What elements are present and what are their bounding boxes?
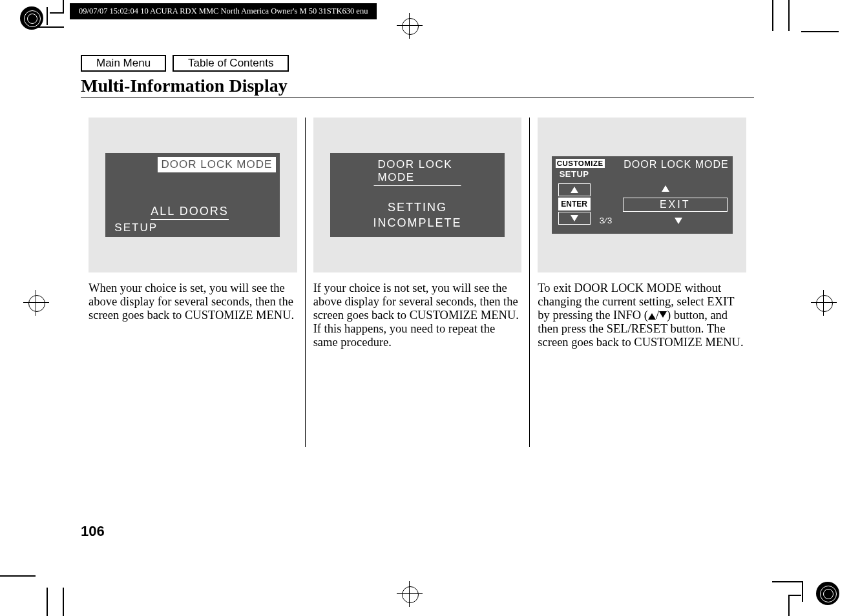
- lcd2-line2: INCOMPLETE: [330, 216, 505, 230]
- page-content: Main Menu Table of Contents Multi-Inform…: [81, 55, 754, 447]
- lcd3-setup-label: SETUP: [560, 169, 589, 179]
- crop-mark: [47, 7, 48, 25]
- title-rule: [81, 98, 754, 98]
- triangle-down-icon: [659, 311, 667, 318]
- nav-buttons: Main Menu Table of Contents: [81, 55, 754, 72]
- column-3-text: To exit DOOR LOCK MODE without changing …: [538, 282, 746, 349]
- pdf-header-strip: 09/07/07 15:02:04 10 ACURA RDX MMC North…: [70, 3, 377, 19]
- page-title: Multi-Information Display: [81, 76, 754, 96]
- lcd1-title: DOOR LOCK MODE: [158, 157, 277, 172]
- crop-mark: [788, 595, 801, 596]
- registration-mark-icon: [20, 6, 43, 30]
- lcd3-customize-badge: CUSTOMIZE: [556, 159, 605, 168]
- crosshair-icon: [397, 581, 423, 607]
- triangle-up-icon: [648, 313, 656, 320]
- page-number: 106: [81, 523, 105, 540]
- column-2-text: If your choice is not set, you will see …: [313, 282, 522, 349]
- lcd3-page-fraction: 3⁄3: [600, 216, 613, 225]
- illustration-1: DOOR LOCK MODE ALL DOORS SETUP: [89, 118, 297, 272]
- lcd3-up-button-icon: [558, 183, 591, 196]
- lcd-display-3: CUSTOMIZE DOOR LOCK MODE SETUP ENTER EXI…: [552, 156, 733, 234]
- column-1-text: When your choice is set, you will see th…: [89, 282, 297, 322]
- lcd3-option-up-icon: [662, 183, 669, 194]
- lcd2-line1: SETTING: [330, 201, 505, 214]
- lcd3-exit-option: EXIT: [623, 198, 728, 212]
- lcd2-title: DOOR LOCK MODE: [374, 157, 461, 186]
- crosshair-icon: [811, 290, 837, 316]
- crosshair-icon: [23, 290, 49, 316]
- lcd3-option-down-icon: [675, 216, 682, 226]
- crop-mark: [63, 0, 64, 12]
- crop-mark: [50, 12, 64, 14]
- lcd3-down-button-icon: [558, 212, 591, 225]
- crop-mark: [37, 26, 64, 28]
- lcd-display-1: DOOR LOCK MODE ALL DOORS SETUP: [105, 153, 280, 237]
- registration-mark-icon: [816, 582, 839, 605]
- crosshair-icon: [397, 13, 423, 39]
- illustration-2: DOOR LOCK MODE SETTING INCOMPLETE: [313, 118, 522, 272]
- main-menu-button[interactable]: Main Menu: [81, 55, 166, 72]
- lcd3-enter-button: ENTER: [558, 198, 591, 210]
- crop-mark: [0, 575, 36, 577]
- crop-mark: [47, 588, 48, 616]
- column-3: CUSTOMIZE DOOR LOCK MODE SETUP ENTER EXI…: [529, 118, 754, 447]
- column-1: DOOR LOCK MODE ALL DOORS SETUP When your…: [81, 118, 305, 447]
- lcd-display-2: DOOR LOCK MODE SETTING INCOMPLETE: [330, 153, 505, 237]
- crop-mark: [788, 595, 790, 616]
- crop-mark: [772, 581, 803, 582]
- crop-mark: [772, 0, 773, 31]
- table-of-contents-button[interactable]: Table of Contents: [173, 55, 289, 72]
- lcd3-title: DOOR LOCK MODE: [624, 159, 728, 170]
- illustration-3: CUSTOMIZE DOOR LOCK MODE SETUP ENTER EXI…: [538, 118, 746, 272]
- column-2: DOOR LOCK MODE SETTING INCOMPLETE If you…: [305, 118, 530, 447]
- lcd1-setup-label: SETUP: [114, 221, 158, 234]
- columns: DOOR LOCK MODE ALL DOORS SETUP When your…: [81, 118, 754, 447]
- crop-mark: [801, 31, 839, 32]
- crop-mark: [788, 0, 790, 31]
- lcd1-value: ALL DOORS: [151, 205, 228, 220]
- crop-mark: [802, 581, 803, 602]
- crop-mark: [63, 588, 64, 616]
